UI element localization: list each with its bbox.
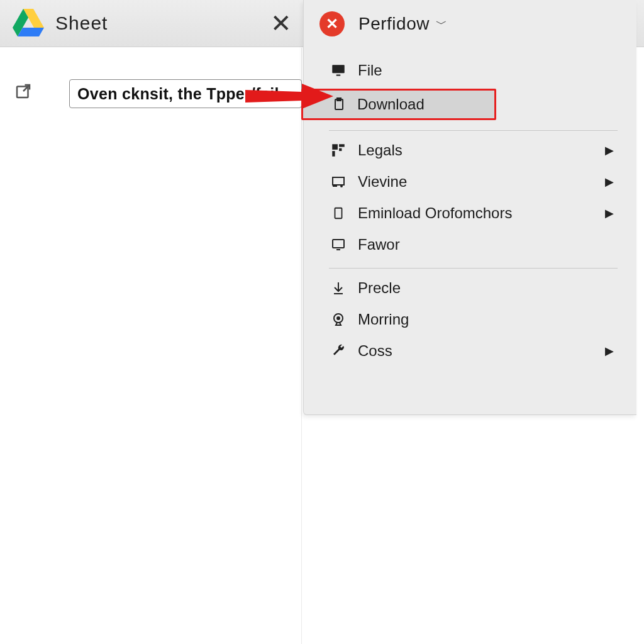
menu-item-vievine[interactable]: Vievine▶ [329,166,618,197]
chevron-right-icon: ▶ [605,206,614,220]
title-text: Oven cknsit, the Tpper/fail [77,85,279,103]
clipboard-icon [330,95,348,114]
menu-item-eminload-orofomchors[interactable]: Eminload Orofomchors▶ [329,197,618,229]
chevron-right-icon: ▶ [605,344,614,358]
open-external-icon[interactable] [14,82,34,102]
monitor-icon [329,61,348,80]
title-input[interactable]: Oven cknsit, the Tpper/fail [69,79,302,108]
download-icon [329,279,348,297]
chevron-right-icon: ▶ [605,175,614,189]
app-title: Sheet [55,13,108,34]
webcam-icon [329,310,348,329]
menu-item-label: Vievine [358,173,407,191]
wrench-icon [329,341,348,360]
menu-item-label: Legals [358,142,402,159]
menu-item-legals[interactable]: Legals▶ [329,135,618,166]
page-icon [329,204,348,223]
menu-header[interactable]: ✕ Perfidow ﹀ [304,0,636,47]
menu-item-label: Download [357,96,425,113]
svg-rect-11 [332,151,335,157]
menu-item-label: File [358,62,382,79]
screen-icon [329,235,348,254]
layout-icon [329,172,348,191]
dashboard-icon [329,141,348,160]
menu-item-file[interactable]: File [329,55,618,86]
menu-item-download[interactable]: Download [301,89,496,120]
svg-rect-5 [336,75,341,76]
chevron-down-icon: ﹀ [436,16,448,31]
svg-rect-7 [337,98,341,101]
menu-item-label: Precle [358,279,401,297]
menu-item-label: Fawor [358,236,400,253]
drive-logo-icon [13,9,44,38]
svg-rect-8 [332,144,338,150]
menu-group: Legals▶Vievine▶Eminload Orofomchors▶Fawo… [329,131,618,269]
menu-item-label: Coss [358,342,392,360]
menu-item-morring[interactable]: Morring [329,304,618,335]
svg-rect-4 [332,65,345,73]
svg-rect-15 [335,208,342,219]
menu-group: FileDownload [329,51,618,131]
menu-item-label: Morring [358,311,409,328]
svg-point-21 [337,317,340,319]
menu-item-precle[interactable]: Precle [329,272,618,304]
menu-item-fawor[interactable]: Fawor [329,229,618,260]
menu-item-label: Eminload Orofomchors [358,204,512,222]
close-icon[interactable]: ✕ [319,11,345,36]
menu-title: Perfidow ﹀ [358,14,447,34]
dropdown-menu: ✕ Perfidow ﹀ FileDownloadLegals▶Vievine▶… [303,0,636,415]
svg-rect-16 [333,240,344,248]
chevron-right-icon: ▶ [605,143,614,157]
svg-point-14 [341,186,342,187]
menu-list: FileDownloadLegals▶Vievine▶Eminload Orof… [304,47,636,380]
svg-rect-9 [339,144,345,147]
close-button[interactable]: ✕ [270,11,292,36]
svg-rect-10 [339,148,341,151]
svg-rect-12 [333,177,344,185]
document-area [0,48,302,644]
menu-title-text: Perfidow [358,14,430,34]
menu-item-coss[interactable]: Coss▶ [329,335,618,367]
menu-group: PrecleMorringCoss▶ [329,269,618,374]
